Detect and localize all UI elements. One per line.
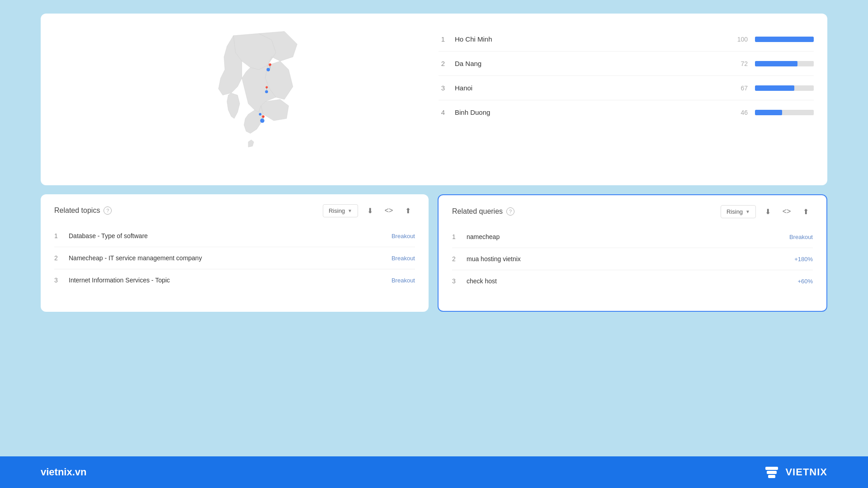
rank-label: Binh Duong — [455, 108, 722, 116]
queries-share-btn[interactable]: ⬆ — [798, 204, 813, 219]
list-item: 2 Namecheap - IT service management comp… — [54, 247, 415, 269]
rank-label: Ho Chi Minh — [455, 35, 722, 43]
map-section: 📍 📍 📍 — [54, 23, 429, 176]
queries-controls: Rising ▼ ⬇ <> ⬆ — [721, 204, 813, 219]
rank-label: Hanoi — [455, 84, 722, 92]
item-num: 1 — [54, 232, 63, 239]
queries-dropdown[interactable]: Rising ▼ — [721, 205, 756, 218]
item-label: mua hosting vietnix — [467, 255, 789, 263]
rank-label: Da Nang — [455, 60, 722, 67]
queries-help-icon[interactable]: ? — [506, 207, 514, 216]
main-content: 📍 📍 📍 1 Ho Chi Minh 100 2 Da Nang 72 3 H… — [0, 0, 868, 456]
topics-help-icon[interactable]: ? — [104, 206, 112, 215]
rank-bar-container — [755, 110, 814, 115]
topics-dropdown[interactable]: Rising ▼ — [323, 204, 358, 217]
list-item: 1 Database - Type of software Breakout — [54, 225, 415, 247]
item-label: Database - Type of software — [69, 232, 386, 239]
rank-bar — [755, 110, 782, 115]
item-num: 3 — [452, 277, 461, 285]
topics-code-btn[interactable]: <> — [382, 203, 396, 218]
topics-download-btn[interactable]: ⬇ — [363, 203, 377, 218]
rank-value: 67 — [730, 84, 748, 92]
rank-bar-container — [755, 37, 814, 42]
related-queries-card: Related queries ? Rising ▼ ⬇ <> ⬆ 1 name… — [438, 194, 827, 312]
topics-share-btn[interactable]: ⬆ — [401, 203, 415, 218]
topics-title-area: Related topics ? — [54, 206, 112, 215]
footer-logo-text: VIETNIX — [785, 466, 827, 478]
footer: vietnix.vn VIETNIX — [0, 456, 868, 488]
footer-brand: vietnix.vn — [41, 466, 86, 478]
item-badge: Breakout — [392, 233, 415, 239]
map-svg: 📍 📍 📍 — [156, 27, 328, 172]
item-label: check host — [467, 277, 792, 285]
rankings-section: 1 Ho Chi Minh 100 2 Da Nang 72 3 Hanoi 6… — [439, 23, 814, 176]
svg-text:📍: 📍 — [267, 63, 274, 69]
svg-text:📍: 📍 — [260, 115, 267, 121]
top-card: 📍 📍 📍 1 Ho Chi Minh 100 2 Da Nang 72 3 H… — [41, 14, 827, 185]
item-label: Namecheap - IT service management compan… — [69, 254, 386, 262]
topics-list: 1 Database - Type of software Breakout 2… — [54, 225, 415, 291]
item-label: Internet Information Services - Topic — [69, 277, 386, 284]
list-item: 3 Internet Information Services - Topic … — [54, 269, 415, 291]
topics-title: Related topics — [54, 206, 100, 215]
item-badge: Breakout — [789, 234, 813, 240]
ranking-row: 4 Binh Duong 46 — [439, 100, 814, 124]
list-item: 2 mua hosting vietnix +180% — [452, 248, 813, 270]
ranking-row: 3 Hanoi 67 — [439, 76, 814, 100]
item-num: 1 — [452, 233, 461, 240]
vietnix-logo-icon — [765, 467, 778, 478]
item-badge: +60% — [797, 278, 813, 285]
rank-num: 2 — [439, 60, 448, 67]
rank-num: 1 — [439, 35, 448, 43]
ranking-row: 2 Da Nang 72 — [439, 52, 814, 76]
item-badge: +180% — [794, 256, 813, 263]
queries-download-btn[interactable]: ⬇ — [760, 204, 775, 219]
topics-card-header: Related topics ? Rising ▼ ⬇ <> ⬆ — [54, 203, 415, 218]
item-num: 2 — [452, 255, 461, 263]
item-label: namecheap — [467, 233, 784, 240]
queries-title-area: Related queries ? — [452, 207, 514, 216]
footer-logo-area: VIETNIX — [765, 466, 827, 478]
rank-bar-container — [755, 61, 814, 66]
item-badge: Breakout — [392, 277, 415, 284]
rank-value: 72 — [730, 60, 748, 67]
rank-value: 46 — [730, 109, 748, 116]
related-topics-card: Related topics ? Rising ▼ ⬇ <> ⬆ 1 Datab… — [41, 194, 429, 312]
bottom-row: Related topics ? Rising ▼ ⬇ <> ⬆ 1 Datab… — [41, 194, 827, 312]
list-item: 3 check host +60% — [452, 270, 813, 292]
topics-dropdown-arrow: ▼ — [348, 208, 352, 213]
queries-title: Related queries — [452, 207, 503, 216]
rank-bar — [755, 61, 797, 66]
rank-bar-container — [755, 85, 814, 91]
topics-controls: Rising ▼ ⬇ <> ⬆ — [323, 203, 415, 218]
rank-value: 100 — [730, 36, 748, 43]
rank-num: 4 — [439, 108, 448, 116]
item-num: 3 — [54, 277, 63, 284]
rank-bar — [755, 85, 794, 91]
list-item: 1 namecheap Breakout — [452, 226, 813, 248]
item-badge: Breakout — [392, 255, 415, 262]
svg-text:📍: 📍 — [264, 86, 269, 91]
rank-bar — [755, 37, 814, 42]
rank-num: 3 — [439, 84, 448, 92]
queries-card-header: Related queries ? Rising ▼ ⬇ <> ⬆ — [452, 204, 813, 219]
queries-dropdown-arrow: ▼ — [745, 209, 750, 214]
item-num: 2 — [54, 254, 63, 262]
ranking-row: 1 Ho Chi Minh 100 — [439, 27, 814, 52]
queries-code-btn[interactable]: <> — [779, 204, 794, 219]
queries-list: 1 namecheap Breakout 2 mua hosting vietn… — [452, 226, 813, 292]
